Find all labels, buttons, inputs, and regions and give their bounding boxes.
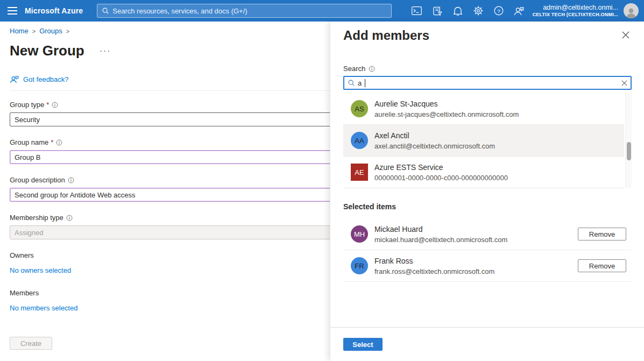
hamburger-icon[interactable]	[0, 0, 25, 22]
svg-text:?: ?	[497, 8, 500, 14]
selected-items-label: Selected items	[343, 202, 632, 211]
feedback-icon	[10, 75, 19, 83]
account-info[interactable]: admin@celtixtech.onmi... CELTIX TECH (CE…	[533, 4, 618, 18]
close-icon[interactable]	[620, 29, 632, 41]
person-detail: mickael.huard@celtixtech.onmicrosoft.com	[374, 236, 571, 244]
global-search-input[interactable]	[112, 7, 387, 15]
members-link[interactable]: No members selected	[10, 304, 77, 312]
avatar: AE	[351, 164, 368, 181]
search-icon	[102, 7, 109, 15]
suggestion-list: AS Aurelie St-Jacques aurelie.st-jacques…	[343, 93, 632, 188]
membership-type-label: Membership type	[10, 214, 63, 222]
remove-button[interactable]: Remove	[578, 259, 626, 272]
group-type-input[interactable]	[10, 112, 344, 126]
avatar: AS	[351, 100, 368, 117]
group-type-label: Group type	[10, 101, 44, 109]
person-detail: 00000001-0000-0000-c000-000000000000	[374, 174, 508, 182]
person-name: Azure ESTS Service	[374, 163, 508, 172]
member-search-input[interactable]: a	[343, 76, 632, 90]
group-description-label: Group description	[10, 176, 65, 184]
members-label: Members	[10, 289, 344, 297]
panel-title: Add members	[343, 28, 429, 43]
suggestion-row-azure-ests[interactable]: AE Azure ESTS Service 00000001-0000-0000…	[343, 157, 624, 188]
text-cursor	[365, 79, 365, 87]
scrollbar-thumb[interactable]	[627, 142, 631, 160]
feedback-icon[interactable]	[509, 0, 529, 22]
selected-row-mickael: MH Mickael Huard mickael.huard@celtixtec…	[343, 218, 632, 250]
page-title: New Group	[10, 43, 84, 59]
info-icon	[369, 66, 375, 72]
person-name: Aurelie St-Jacques	[374, 100, 519, 108]
membership-type-input	[10, 225, 344, 239]
breadcrumb-separator: >	[32, 28, 36, 34]
person-name: Frank Ross	[374, 257, 571, 265]
azure-brand[interactable]: Microsoft Azure	[25, 6, 83, 15]
avatar[interactable]	[624, 3, 639, 18]
help-icon[interactable]: ?	[489, 0, 509, 22]
info-icon	[66, 215, 73, 221]
group-name-label: Group name	[10, 138, 48, 146]
person-detail: frank.ross@celtixtech.onmicrosoft.com	[374, 267, 571, 275]
suggestion-row-axel[interactable]: AA Axel Anctil axel.anctil@celtixtech.on…	[343, 125, 624, 157]
notifications-icon[interactable]	[448, 0, 468, 22]
more-actions-icon[interactable]: ···	[100, 46, 111, 56]
add-members-panel: Add members Search a AS	[330, 22, 644, 361]
owners-label: Owners	[10, 251, 344, 259]
info-icon	[52, 102, 58, 108]
create-button[interactable]: Create	[10, 337, 52, 350]
person-detail: aurelie.st-jacques@celtixtech.onmicrosof…	[374, 110, 519, 118]
panel-footer: Select	[330, 327, 644, 361]
account-tenant: CELTIX TECH (CELTIXTECH.ONMI...	[533, 12, 618, 18]
search-icon	[348, 79, 355, 87]
required-asterisk: *	[46, 101, 49, 109]
group-form: Group type* Group name* Group descriptio…	[10, 101, 344, 313]
person-detail: axel.anctil@celtixtech.onmicrosoft.com	[374, 142, 495, 150]
got-feedback-label: Got feedback?	[23, 75, 69, 83]
avatar: AA	[351, 132, 368, 149]
topbar-icons: ?	[407, 0, 529, 22]
group-description-input[interactable]	[10, 188, 344, 202]
member-search-value: a	[358, 79, 362, 87]
info-icon	[68, 177, 74, 183]
clear-search-icon[interactable]	[621, 80, 627, 86]
select-button[interactable]: Select	[343, 338, 383, 351]
owners-link[interactable]: No owners selected	[10, 266, 71, 274]
top-bar: Microsoft Azure ? admin@celtixtech.onmi.…	[0, 0, 644, 22]
breadcrumb-home[interactable]: Home	[10, 27, 29, 35]
settings-icon[interactable]	[468, 0, 489, 22]
person-name: Mickael Huard	[374, 225, 571, 233]
required-asterisk: *	[51, 138, 53, 146]
selected-items-list: MH Mickael Huard mickael.huard@celtixtec…	[343, 218, 632, 282]
account-email: admin@celtixtech.onmi...	[533, 4, 618, 12]
selected-row-frank: FR Frank Ross frank.ross@celtixtech.onmi…	[343, 250, 632, 282]
avatar: FR	[351, 257, 368, 274]
scrollbar-track[interactable]	[625, 93, 632, 188]
remove-button[interactable]: Remove	[578, 228, 626, 240]
breadcrumb-groups[interactable]: Groups	[39, 27, 62, 35]
breadcrumb-separator: >	[66, 28, 69, 34]
suggestion-row-aurelie[interactable]: AS Aurelie St-Jacques aurelie.st-jacques…	[343, 93, 624, 125]
group-name-input[interactable]	[10, 150, 344, 164]
person-name: Axel Anctil	[374, 131, 495, 140]
info-icon	[56, 139, 62, 146]
search-label: Search	[343, 65, 365, 73]
directory-filter-icon[interactable]	[427, 0, 448, 22]
global-search[interactable]	[97, 4, 392, 18]
avatar: MH	[351, 225, 368, 243]
cloud-shell-icon[interactable]	[407, 0, 427, 22]
